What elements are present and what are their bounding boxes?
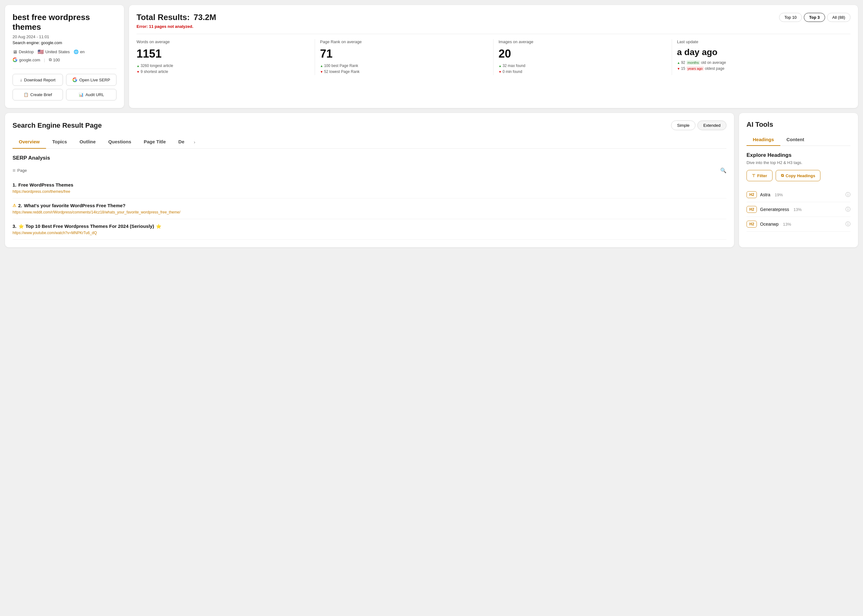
results-count: 100 [53, 58, 60, 62]
stat-images-sub: 32 max found 0 min found [499, 63, 667, 75]
google-serp-icon [72, 77, 77, 82]
stat-pagerank-sub: 100 best Page Rank 52 lowest Page Rank [320, 63, 488, 75]
error-detail: 11 pages not analyzed. [149, 24, 194, 29]
list-item: ⚠ 2. What's your favorite WordPress Free… [13, 198, 726, 219]
query-tags-row2: google.com | ⧉ 100 [13, 57, 117, 62]
list-item: 3. ⭐ Top 10 Best Free Wordpress Themes F… [13, 219, 726, 240]
stat-pagerank-up: 100 best Page Rank [324, 64, 358, 68]
stat-lastupdate-value: a day ago [677, 47, 846, 57]
filter-top3-button[interactable]: Top 3 [804, 13, 825, 22]
total-results-header: Total Results: 73.2M Top 10 Top 3 All (8… [137, 13, 850, 22]
audit-url-button[interactable]: 📊 Audit URL [66, 89, 117, 101]
explore-headings-sub: Dive into the top H2 & H3 tags. [746, 160, 850, 165]
result-1-name: Free WordPress Themes [19, 182, 74, 187]
create-brief-button[interactable]: 📋 Create Brief [13, 89, 63, 101]
ai-card: AI Tools Headings Content Explore Headin… [739, 113, 858, 247]
serp-header: Search Engine Result Page Simple Extende… [13, 121, 726, 130]
heading-name: Astra [760, 192, 770, 197]
result-3-url[interactable]: https://www.youtube.com/watch?v=MNPKrTu6… [13, 231, 97, 235]
open-live-serp-label: Open Live SERP [79, 78, 110, 82]
serp-analysis-title: SERP Analysis [13, 155, 726, 161]
copy-headings-button[interactable]: ⧉ Copy Headings [776, 170, 821, 181]
heading-pct: 13% [783, 222, 791, 226]
heading-left: H2 Astra 19% [746, 191, 783, 198]
download-report-button[interactable]: ↓ Download Report [13, 74, 63, 86]
ai-action-buttons: ⊤ Filter ⧉ Copy Headings [746, 170, 850, 181]
headings-list: H2 Astra 19% ⓘ H2 Generatepress 13% ⓘ H2 [746, 187, 850, 232]
stat-words-down: 9 shortest article [140, 69, 168, 74]
query-tags-row1: 🖥 Desktop 🇺🇸 United States 🌐 en [13, 49, 117, 55]
result-2-title: ⚠ 2. What's your favorite WordPress Free… [13, 203, 726, 208]
query-engine: Search engine: google.com [13, 40, 117, 45]
device-tag: 🖥 Desktop [13, 49, 34, 55]
h2-badge: H2 [746, 221, 757, 228]
tab-more-button[interactable]: › [191, 135, 198, 148]
simple-view-button[interactable]: Simple [671, 121, 696, 130]
total-results-title: Total Results: 73.2M [137, 13, 216, 22]
copy-icon-btn: ⧉ [781, 173, 784, 178]
heading-left: H2 Oceanwp 13% [746, 221, 791, 228]
error-message: Error: 11 pages not analyzed. [137, 24, 850, 29]
desktop-icon: 🖥 [13, 49, 17, 55]
lines-icon: ≡ [13, 168, 15, 173]
info-icon[interactable]: ⓘ [846, 221, 850, 228]
country-tag: 🇺🇸 United States [38, 49, 70, 55]
tab-overview[interactable]: Overview [13, 135, 46, 149]
stat-lastupdate-label: Last update [677, 39, 846, 45]
heading-left: H2 Generatepress 13% [746, 206, 802, 213]
stats-card: Total Results: 73.2M Top 10 Top 3 All (8… [129, 5, 858, 108]
heading-item: H2 Oceanwp 13% ⓘ [746, 217, 850, 232]
heading-name: Oceanwp [760, 222, 778, 226]
stats-grid: Words on average 1151 3260 longest artic… [137, 34, 850, 75]
serp-card: Search Engine Result Page Simple Extende… [5, 113, 734, 247]
stat-words: Words on average 1151 3260 longest artic… [137, 39, 315, 75]
stat-pagerank-down: 52 lowest Page Rank [324, 69, 359, 74]
filter-all-button[interactable]: All (88) [827, 13, 850, 22]
star-icon: ⭐ [19, 224, 24, 229]
extended-view-button[interactable]: Extended [698, 121, 726, 130]
tab-topics[interactable]: Topics [46, 135, 73, 149]
flag-icon: 🇺🇸 [38, 49, 44, 55]
heading-name: Generatepress [760, 207, 789, 212]
result-3-name: Top 10 Best Free Wordpress Themes For 20… [26, 223, 154, 229]
total-results-label: Total Results: [137, 13, 190, 22]
result-2-url[interactable]: https://www.reddit.com/r/Wordpress/comme… [13, 210, 180, 214]
heading-pct: 13% [794, 207, 802, 212]
action-buttons: ↓ Download Report Open Live SERP 📋 Creat… [13, 74, 117, 101]
filter-top10-button[interactable]: Top 10 [779, 13, 802, 22]
tab-questions[interactable]: Questions [102, 135, 137, 149]
audit-icon: 📊 [79, 92, 83, 97]
brand-tag: google.com [13, 57, 40, 62]
query-date: 20 Aug 2024 - 11:01 [13, 35, 117, 39]
ai-tab-content[interactable]: Content [780, 134, 811, 146]
divider [13, 69, 117, 69]
audit-url-label: Audit URL [85, 92, 104, 97]
result-3-title: 3. ⭐ Top 10 Best Free Wordpress Themes F… [13, 223, 726, 229]
up-arrow-update [677, 60, 681, 65]
results-tag: ⧉ 100 [49, 57, 60, 62]
search-icon[interactable]: 🔍 [720, 167, 726, 173]
list-item: 1. Free WordPress Themes https://wordpre… [13, 178, 726, 198]
result-1-url[interactable]: https://wordpress.com/themes/free [13, 189, 70, 194]
filter-button[interactable]: ⊤ Filter [746, 170, 773, 181]
serp-list: 1. Free WordPress Themes https://wordpre… [13, 178, 726, 240]
years-badge: years ago [687, 66, 704, 71]
result-1-title: 1. Free WordPress Themes [13, 182, 726, 187]
tab-outline[interactable]: Outline [73, 135, 102, 149]
error-label: Error: [137, 24, 148, 29]
page-row-left: ≡ Page [13, 168, 27, 173]
info-icon[interactable]: ⓘ [846, 192, 850, 198]
country-label: United States [46, 49, 70, 54]
view-toggle: Simple Extended [671, 121, 726, 130]
create-brief-label: Create Brief [30, 92, 52, 97]
tab-pagetitle[interactable]: Page Title [137, 135, 172, 149]
page-label: Page [17, 168, 27, 173]
star-icon-2: ⭐ [156, 224, 161, 229]
open-live-serp-button[interactable]: Open Live SERP [66, 74, 117, 86]
tab-de[interactable]: De [172, 135, 191, 149]
info-icon[interactable]: ⓘ [846, 206, 850, 213]
google-icon [13, 57, 17, 62]
ai-tab-headings[interactable]: Headings [746, 134, 780, 146]
down-arrow-images [499, 69, 502, 74]
total-results-value: 73.2M [194, 13, 216, 22]
